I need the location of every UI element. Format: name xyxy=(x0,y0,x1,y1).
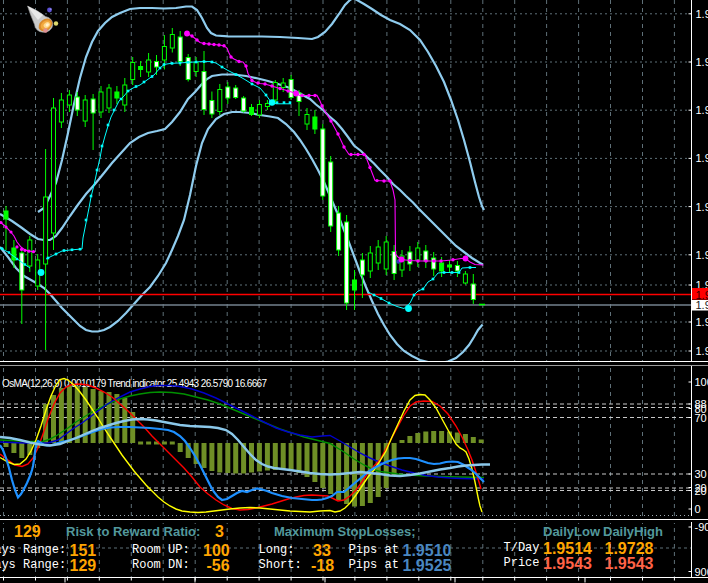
svg-text:1.9520: 1.9520 xyxy=(696,152,708,164)
svg-text:1.9520: 1.9520 xyxy=(696,299,708,311)
svg-text:-900: -900 xyxy=(695,521,708,533)
svg-text:129: 129 xyxy=(14,523,41,540)
svg-text:1.9525: 1.9525 xyxy=(403,557,452,574)
svg-text:1.9543: 1.9543 xyxy=(543,555,592,572)
svg-text:DailyHigh: DailyHigh xyxy=(603,524,663,539)
svg-text:1.9520: 1.9520 xyxy=(696,56,708,68)
svg-text:Days Range:: Days Range: xyxy=(0,558,66,572)
svg-text:0: 0 xyxy=(695,503,701,515)
svg-text:Long:: Long: xyxy=(259,543,295,557)
svg-text:900: 900 xyxy=(695,566,708,578)
svg-text:70: 70 xyxy=(695,412,707,424)
svg-text:Pips at: Pips at xyxy=(349,558,399,572)
svg-text:OsMA(12,26,9) 0.0010179 Trend: OsMA(12,26,9) 0.0010179 Trend indicator … xyxy=(2,378,268,389)
svg-text:Short:: Short: xyxy=(259,558,302,572)
svg-text:Maximum StopLosses;: Maximum StopLosses; xyxy=(274,524,416,539)
svg-text:Days Range:: Days Range: xyxy=(0,543,66,557)
svg-text:100: 100 xyxy=(695,376,708,388)
svg-text:1.9520: 1.9520 xyxy=(696,201,708,213)
svg-text:20: 20 xyxy=(695,485,707,497)
svg-text:Price: Price xyxy=(504,556,540,570)
svg-text:1.9520: 1.9520 xyxy=(696,104,708,116)
svg-text:30: 30 xyxy=(695,468,707,480)
svg-text:1.9520: 1.9520 xyxy=(696,8,708,20)
svg-text:1.9543: 1.9543 xyxy=(605,555,654,572)
svg-text:-18: -18 xyxy=(311,557,334,574)
svg-text:1.9520: 1.9520 xyxy=(696,249,708,261)
svg-text:1.9520: 1.9520 xyxy=(696,345,708,357)
svg-text:T/Day: T/Day xyxy=(504,541,540,555)
svg-text:DailyLow: DailyLow xyxy=(543,524,601,539)
svg-text:129: 129 xyxy=(70,557,97,574)
svg-text:Risk to Reward Ratio:: Risk to Reward Ratio: xyxy=(66,524,200,539)
svg-text:Room UP:: Room UP: xyxy=(132,543,190,557)
svg-text:-56: -56 xyxy=(207,557,230,574)
svg-text:Room DN:: Room DN: xyxy=(132,558,190,572)
svg-text:1.9520: 1.9520 xyxy=(696,316,708,328)
svg-text:3: 3 xyxy=(215,523,224,540)
svg-text:Pips at: Pips at xyxy=(349,543,399,557)
